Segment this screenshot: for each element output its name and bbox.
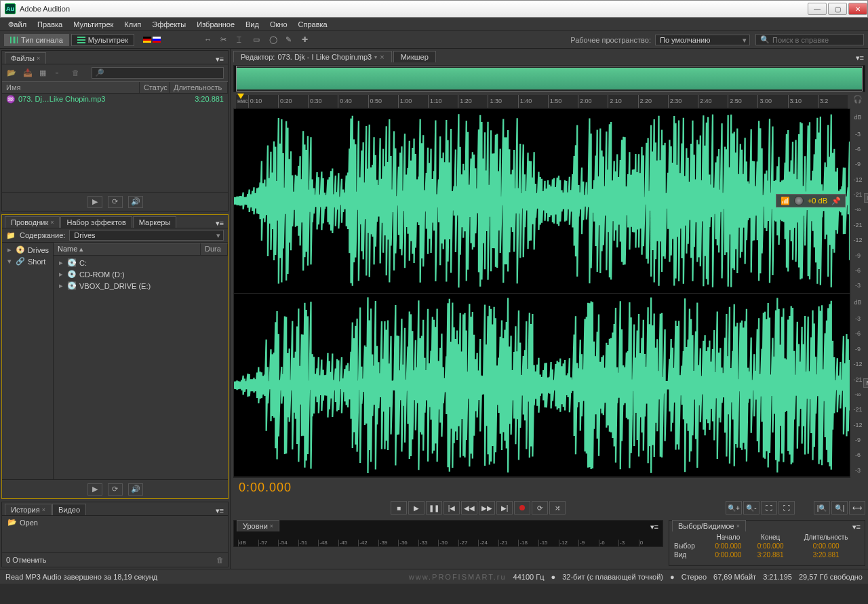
waveform-display[interactable]: 📶 +0 dB 📌 xyxy=(233,108,850,478)
channel-right-label: R xyxy=(863,378,869,388)
history-tab[interactable]: История× xyxy=(5,504,52,515)
menu-edit[interactable]: Правка xyxy=(32,18,68,31)
zoom-sel-icon[interactable]: ⛶ xyxy=(778,501,795,515)
panel-menu-icon[interactable]: ▾≡ xyxy=(212,55,228,64)
move-tool-icon[interactable]: ↔ xyxy=(204,35,214,45)
panel-menu-icon[interactable]: ▾≡ xyxy=(212,506,228,515)
menu-multitrack[interactable]: Мультитрек xyxy=(68,18,119,31)
meter-icon: 📶 xyxy=(781,197,790,205)
open-file-icon[interactable]: 📂 xyxy=(6,68,18,79)
close-button[interactable]: ✕ xyxy=(848,3,867,15)
content-dropdown[interactable]: Drives xyxy=(69,230,224,241)
multitrack-mode-button[interactable]: Мультитрек xyxy=(71,34,134,46)
menu-window[interactable]: Окно xyxy=(264,18,293,31)
razor-tool-icon[interactable]: ✂ xyxy=(220,35,230,45)
zoom-in-icon[interactable]: 🔍+ xyxy=(726,501,742,515)
maximize-button[interactable]: ▢ xyxy=(828,3,847,15)
trash-icon[interactable]: 🗑 xyxy=(71,68,83,79)
minimize-button[interactable]: — xyxy=(808,3,827,15)
history-item[interactable]: 📂Open xyxy=(2,516,228,529)
file-row[interactable]: ♒ 073. Dj…Like Chopin.mp3 3:20.881 xyxy=(2,94,228,105)
selection-tab[interactable]: Выбор/Видимое× xyxy=(672,520,746,531)
up-folder-icon[interactable]: 📁 xyxy=(6,231,16,240)
toolbar: Тип сигнала Мультитрек ↔ ✂ ⌶ ▭ ◯ ✎ ✚ Раб… xyxy=(0,31,868,49)
editor-tab[interactable]: Редактор: 073. Djk - I Like Chopin.mp3 ▾… xyxy=(233,51,392,62)
status-bar: Read MP3 Audio завершено за 18,19 секунд… xyxy=(0,569,868,584)
overview-waveform[interactable] xyxy=(233,65,865,92)
menu-help[interactable]: Справка xyxy=(293,18,333,31)
menu-file[interactable]: Файл xyxy=(3,18,32,31)
time-display: 0:00.000 xyxy=(233,481,297,494)
forward-button[interactable]: ▶▶ xyxy=(479,501,495,515)
view-row: Вид0:00.0003:20.8813:20.881 xyxy=(673,550,861,559)
drive-item[interactable]: ▸💽VBOX_D_DRIVE (E:) xyxy=(55,280,226,291)
play-button[interactable]: ▶ xyxy=(408,501,425,515)
zoom-in-right-icon[interactable]: 🔍| xyxy=(831,501,848,515)
go-end-button[interactable]: ▶| xyxy=(496,501,513,515)
loop-button[interactable]: ⟳ xyxy=(532,501,548,515)
pin-icon[interactable]: 📌 xyxy=(831,197,841,205)
marquee-icon[interactable]: ▭ xyxy=(253,35,262,45)
channel-left-label: L xyxy=(864,193,868,203)
gain-overlay[interactable]: 📶 +0 dB 📌 xyxy=(776,194,846,207)
panel-menu-icon[interactable]: ▾≡ xyxy=(852,54,868,62)
rewind-button[interactable]: ◀◀ xyxy=(461,501,477,515)
files-header: Имя Статус Длительность xyxy=(2,81,228,94)
tree-item[interactable]: ▾🔗Short xyxy=(3,256,52,267)
skip-selection-button[interactable]: ⤮ xyxy=(549,501,566,515)
autoplay-button[interactable]: 🔊 xyxy=(128,196,143,208)
zoom-out-full-icon[interactable]: ⟷ xyxy=(849,501,865,515)
file-filter-input[interactable]: 🔎 xyxy=(92,67,224,79)
zoom-out-icon[interactable]: 🔍- xyxy=(743,501,760,515)
gain-knob[interactable] xyxy=(794,196,804,205)
undo-count: 0 Отменить xyxy=(6,556,46,564)
waveform-mode-button[interactable]: Тип сигнала xyxy=(4,34,69,46)
waveform-icon: ♒ xyxy=(6,95,16,104)
loop-button[interactable]: ⟳ xyxy=(108,483,123,496)
zoom-full-icon[interactable]: ⛶ xyxy=(761,501,777,515)
drive-item[interactable]: ▸💿CD-ROM (D:) xyxy=(55,268,226,280)
levels-panel: Уровни×▾≡ dB-57-54-51-48-45-42-39-36-33-… xyxy=(233,520,663,547)
menu-bar: Файл Правка Мультитрек Клип Эффекты Избр… xyxy=(0,18,868,31)
lasso-icon[interactable]: ◯ xyxy=(269,35,279,45)
tree-item[interactable]: ▸📀Drives xyxy=(3,244,52,256)
go-start-button[interactable]: |◀ xyxy=(443,501,460,515)
effects-rack-tab[interactable]: Набор эффектов xyxy=(60,216,132,228)
play-button[interactable]: ▶ xyxy=(87,483,102,496)
menu-view[interactable]: Вид xyxy=(240,18,264,31)
watermark: www.PROFISMART.ru xyxy=(409,573,507,581)
headphone-icon[interactable]: 🎧 xyxy=(850,95,865,108)
new-icon[interactable]: ▦ xyxy=(39,68,51,79)
brush-icon[interactable]: ✎ xyxy=(285,35,295,45)
record-button[interactable] xyxy=(514,501,530,515)
pause-button[interactable]: ❚❚ xyxy=(426,501,442,515)
time-select-icon[interactable]: ⌶ xyxy=(237,35,246,45)
mixer-tab[interactable]: Микшер xyxy=(393,51,436,62)
files-tab[interactable]: Файлы× xyxy=(5,52,46,64)
levels-tab[interactable]: Уровни× xyxy=(237,520,279,531)
menu-favorites[interactable]: Избранное xyxy=(191,18,240,31)
explorer-tab[interactable]: Проводник× xyxy=(5,216,60,228)
flag-icons xyxy=(143,37,163,43)
drive-item[interactable]: ▸💽C: xyxy=(55,257,226,268)
zoom-in-left-icon[interactable]: |🔍 xyxy=(814,501,830,515)
autoplay-button[interactable]: 🔊 xyxy=(128,483,143,496)
heal-icon[interactable]: ✚ xyxy=(302,35,311,45)
video-tab[interactable]: Видео xyxy=(52,504,86,515)
stop-button[interactable]: ■ xyxy=(391,501,407,515)
menu-effects[interactable]: Эффекты xyxy=(146,18,191,31)
import-icon[interactable]: 📥 xyxy=(22,68,35,79)
workspace-dropdown[interactable]: По умолчанию xyxy=(655,35,750,45)
trash-icon[interactable]: 🗑 xyxy=(216,556,224,564)
markers-tab[interactable]: Маркеры xyxy=(133,216,177,228)
menu-clip[interactable]: Клип xyxy=(119,18,146,31)
loop-button[interactable]: ⟳ xyxy=(108,196,123,208)
help-search-input[interactable]: 🔍Поиск в справке xyxy=(755,34,864,45)
title-bar: Au Adobe Audition — ▢ ✕ xyxy=(0,0,868,18)
playhead-icon[interactable] xyxy=(237,94,244,99)
close-file-icon[interactable]: ▫ xyxy=(55,68,67,79)
play-button[interactable]: ▶ xyxy=(87,196,102,208)
search-icon: 🔍 xyxy=(760,35,770,44)
time-ruler[interactable]: нмс 0:100:200:300:400:501:001:101:201:30… xyxy=(236,95,848,108)
panel-menu-icon[interactable]: ▾≡ xyxy=(212,219,228,228)
